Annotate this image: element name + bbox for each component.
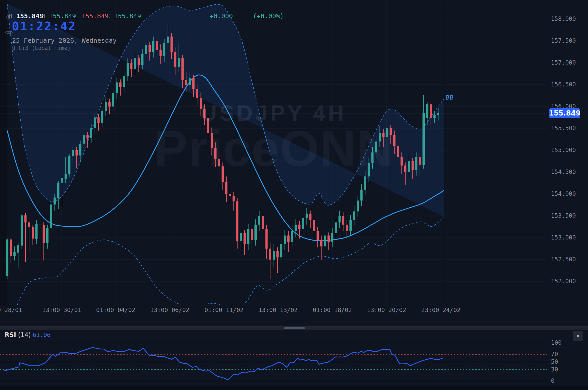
candle-body: [192, 78, 195, 89]
candle-body: [423, 113, 425, 165]
candle-body: [86, 135, 89, 138]
candle-body: [141, 54, 144, 65]
candle-body: [167, 37, 169, 43]
candle-body: [61, 178, 63, 183]
price-axis-label: 157.000: [551, 59, 588, 66]
candle-body: [258, 216, 261, 225]
candle-body: [225, 182, 228, 194]
candle-countdown-timer: 01:22:42: [12, 19, 76, 33]
candle-body: [163, 43, 165, 56]
candle-body: [130, 63, 133, 69]
ohlc-low-label: L 155.849: [74, 12, 109, 20]
rsi-value: 61.06: [33, 332, 50, 338]
candle-body: [90, 128, 92, 138]
candle-body: [24, 215, 27, 222]
rsi-axis-label: 0: [551, 377, 588, 384]
timezone-label: UTC+3 (Local Time): [12, 45, 71, 51]
candle-body: [262, 216, 264, 229]
candle-body: [400, 157, 403, 166]
rsi-line: [4, 348, 443, 380]
candle-body: [145, 45, 147, 54]
candle-body: [76, 150, 78, 155]
candle-body: [240, 233, 242, 241]
time-axis-label: 13:00 06/02: [150, 307, 189, 313]
candle-body: [254, 225, 257, 240]
candle-body: [426, 104, 429, 118]
rsi-axis-label: 70: [551, 351, 588, 357]
candle-body: [83, 135, 85, 144]
candle-body: [196, 89, 198, 98]
candle-body: [331, 233, 334, 242]
candle-body: [79, 144, 82, 156]
time-axis-label: 01:00 11/02: [204, 307, 244, 313]
candle-body: [39, 225, 41, 225]
price-axis-label: 154.500: [551, 169, 588, 175]
candle-body: [17, 245, 19, 253]
candle-body: [390, 128, 392, 135]
candle-body: [350, 220, 352, 231]
candle-body: [269, 249, 271, 260]
rsi-title: RSI: [5, 331, 16, 339]
candle-body: [393, 135, 396, 146]
trading-app-window: USDJPY 4H PriceONN O 155.849 H 155.849 L…: [0, 0, 588, 390]
price-axis-label: 153.000: [551, 234, 588, 241]
rsi-chart-canvas[interactable]: [0, 322, 547, 390]
candle-body: [57, 183, 60, 198]
candle-body: [404, 166, 407, 172]
candle-body: [368, 163, 370, 176]
time-axis-label: 23:00 24/02: [421, 307, 460, 313]
candle-body: [72, 150, 74, 156]
candle-body: [277, 251, 279, 258]
candle-body: [46, 228, 49, 243]
candle-body: [211, 133, 213, 148]
candle-body: [21, 215, 23, 245]
candle-body: [149, 45, 151, 52]
ohlc-open-label: O 155.849: [8, 12, 43, 20]
candle-body: [6, 240, 8, 276]
candle-body: [382, 133, 385, 137]
candle-body: [353, 211, 355, 220]
candle-body: [313, 220, 315, 231]
candle-body: [309, 214, 311, 220]
candle-body: [302, 218, 304, 229]
candle-body: [189, 78, 191, 85]
candle-body: [54, 198, 56, 205]
candle-body: [430, 104, 432, 118]
candle-body: [247, 229, 250, 244]
candle-body: [433, 115, 436, 118]
rsi-period: (14): [18, 331, 31, 339]
date-label: 25 February 2026, Wednesday: [12, 37, 117, 44]
candle-body: [320, 240, 323, 247]
candle-body: [10, 240, 12, 256]
time-axis-label: 01:00 18/02: [313, 307, 352, 313]
price-chart-canvas[interactable]: [0, 0, 547, 305]
candle-body: [152, 41, 155, 52]
candle-body: [68, 156, 70, 174]
candle-body: [43, 225, 45, 243]
time-axis-label: 13:00 20/02: [367, 307, 406, 313]
ohlc-high-label: H 155.849: [41, 12, 76, 20]
ohlc-close-label: C 155.849: [106, 12, 141, 20]
candle-body: [214, 148, 217, 159]
candle-body: [265, 229, 268, 249]
rsi-axis-label: 30: [551, 366, 588, 373]
price-change: +0.000: [210, 12, 233, 20]
price-axis-label: 154.000: [551, 190, 588, 197]
candle-body: [32, 227, 34, 238]
time-axis-label: 13:00 30/01: [42, 307, 81, 313]
candle-body: [437, 113, 439, 115]
price-axis-label: 156.500: [551, 81, 588, 88]
candle-body: [207, 118, 209, 133]
candle-body: [287, 236, 290, 242]
candle-body: [108, 102, 111, 107]
candle-body: [174, 52, 176, 67]
price-axis-label: 155.000: [551, 147, 588, 153]
candle-body: [156, 41, 158, 50]
left-gutter: [0, 0, 7, 305]
candle-body: [335, 223, 337, 234]
price-axis-label: 153.500: [551, 212, 588, 219]
price-change-pct: (+0.00%): [253, 12, 284, 20]
candle-body: [244, 233, 246, 244]
rsi-axis-label: 50: [551, 358, 588, 365]
candle-body: [200, 98, 202, 109]
